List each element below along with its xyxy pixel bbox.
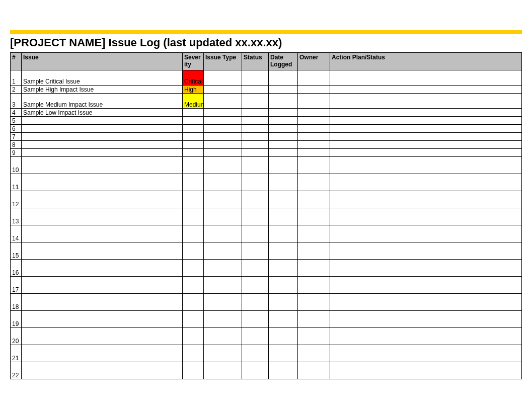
cell-date-logged[interactable] bbox=[269, 345, 298, 362]
cell-status[interactable] bbox=[242, 141, 269, 149]
cell-date-logged[interactable] bbox=[269, 260, 298, 277]
cell-issue-type[interactable] bbox=[204, 328, 242, 345]
cell-owner[interactable] bbox=[298, 225, 330, 242]
cell-issue[interactable] bbox=[22, 345, 183, 362]
cell-num[interactable]: 7 bbox=[11, 133, 22, 141]
cell-num[interactable]: 2 bbox=[11, 86, 22, 94]
cell-status[interactable] bbox=[242, 311, 269, 328]
cell-num[interactable]: 5 bbox=[11, 117, 22, 125]
cell-num[interactable]: 9 bbox=[11, 149, 22, 157]
cell-action-plan[interactable] bbox=[330, 86, 522, 94]
cell-num[interactable]: 1 bbox=[11, 70, 22, 86]
cell-owner[interactable] bbox=[298, 311, 330, 328]
cell-issue-type[interactable] bbox=[204, 277, 242, 294]
cell-owner[interactable] bbox=[298, 94, 330, 109]
cell-issue[interactable]: Sample Critical Issue bbox=[22, 70, 183, 86]
cell-action-plan[interactable] bbox=[330, 277, 522, 294]
cell-severity[interactable] bbox=[183, 149, 204, 157]
cell-severity[interactable] bbox=[183, 125, 204, 133]
cell-severity[interactable] bbox=[183, 191, 204, 208]
cell-issue-type[interactable] bbox=[204, 174, 242, 191]
cell-status[interactable] bbox=[242, 345, 269, 362]
cell-owner[interactable] bbox=[298, 174, 330, 191]
cell-owner[interactable] bbox=[298, 109, 330, 117]
cell-num[interactable]: 6 bbox=[11, 125, 22, 133]
cell-status[interactable] bbox=[242, 149, 269, 157]
cell-status[interactable] bbox=[242, 117, 269, 125]
cell-num[interactable]: 13 bbox=[11, 208, 22, 225]
cell-owner[interactable] bbox=[298, 125, 330, 133]
cell-issue[interactable] bbox=[22, 362, 183, 379]
cell-issue-type[interactable] bbox=[204, 70, 242, 86]
cell-status[interactable] bbox=[242, 133, 269, 141]
cell-severity[interactable] bbox=[183, 133, 204, 141]
cell-action-plan[interactable] bbox=[330, 70, 522, 86]
cell-action-plan[interactable] bbox=[330, 345, 522, 362]
cell-status[interactable] bbox=[242, 70, 269, 86]
cell-issue-type[interactable] bbox=[204, 125, 242, 133]
cell-num[interactable]: 15 bbox=[11, 242, 22, 260]
cell-issue[interactable] bbox=[22, 328, 183, 345]
cell-date-logged[interactable] bbox=[269, 362, 298, 379]
cell-issue[interactable] bbox=[22, 242, 183, 260]
cell-status[interactable] bbox=[242, 260, 269, 277]
cell-severity[interactable] bbox=[183, 311, 204, 328]
cell-issue[interactable] bbox=[22, 117, 183, 125]
cell-issue-type[interactable] bbox=[204, 149, 242, 157]
cell-severity[interactable] bbox=[183, 117, 204, 125]
cell-severity[interactable] bbox=[183, 328, 204, 345]
cell-issue[interactable] bbox=[22, 277, 183, 294]
cell-action-plan[interactable] bbox=[330, 149, 522, 157]
cell-issue-type[interactable] bbox=[204, 191, 242, 208]
cell-issue[interactable] bbox=[22, 225, 183, 242]
cell-status[interactable] bbox=[242, 208, 269, 225]
cell-severity[interactable] bbox=[183, 345, 204, 362]
cell-date-logged[interactable] bbox=[269, 117, 298, 125]
cell-date-logged[interactable] bbox=[269, 191, 298, 208]
cell-num[interactable]: 16 bbox=[11, 260, 22, 277]
cell-date-logged[interactable] bbox=[269, 311, 298, 328]
cell-owner[interactable] bbox=[298, 141, 330, 149]
cell-owner[interactable] bbox=[298, 345, 330, 362]
cell-status[interactable] bbox=[242, 277, 269, 294]
cell-severity[interactable] bbox=[183, 141, 204, 149]
cell-date-logged[interactable] bbox=[269, 242, 298, 260]
cell-owner[interactable] bbox=[298, 260, 330, 277]
cell-action-plan[interactable] bbox=[330, 294, 522, 311]
cell-issue-type[interactable] bbox=[204, 157, 242, 174]
cell-action-plan[interactable] bbox=[330, 311, 522, 328]
cell-status[interactable] bbox=[242, 109, 269, 117]
cell-severity[interactable] bbox=[183, 157, 204, 174]
cell-date-logged[interactable] bbox=[269, 157, 298, 174]
cell-action-plan[interactable] bbox=[330, 125, 522, 133]
cell-severity[interactable] bbox=[183, 277, 204, 294]
cell-action-plan[interactable] bbox=[330, 328, 522, 345]
cell-severity[interactable] bbox=[183, 174, 204, 191]
cell-issue[interactable] bbox=[22, 174, 183, 191]
cell-severity[interactable] bbox=[183, 362, 204, 379]
cell-status[interactable] bbox=[242, 362, 269, 379]
cell-owner[interactable] bbox=[298, 242, 330, 260]
cell-action-plan[interactable] bbox=[330, 225, 522, 242]
cell-owner[interactable] bbox=[298, 328, 330, 345]
cell-severity[interactable] bbox=[183, 225, 204, 242]
cell-severity[interactable] bbox=[183, 109, 204, 117]
cell-action-plan[interactable] bbox=[330, 133, 522, 141]
cell-issue-type[interactable] bbox=[204, 260, 242, 277]
cell-date-logged[interactable] bbox=[269, 174, 298, 191]
cell-issue-type[interactable] bbox=[204, 94, 242, 109]
cell-severity[interactable] bbox=[183, 208, 204, 225]
cell-action-plan[interactable] bbox=[330, 141, 522, 149]
cell-num[interactable]: 22 bbox=[11, 362, 22, 379]
cell-owner[interactable] bbox=[298, 157, 330, 174]
cell-num[interactable]: 12 bbox=[11, 191, 22, 208]
cell-action-plan[interactable] bbox=[330, 208, 522, 225]
cell-owner[interactable] bbox=[298, 133, 330, 141]
cell-date-logged[interactable] bbox=[269, 208, 298, 225]
cell-date-logged[interactable] bbox=[269, 149, 298, 157]
cell-num[interactable]: 18 bbox=[11, 294, 22, 311]
cell-status[interactable] bbox=[242, 86, 269, 94]
cell-num[interactable]: 10 bbox=[11, 157, 22, 174]
cell-severity[interactable] bbox=[183, 242, 204, 260]
cell-status[interactable] bbox=[242, 328, 269, 345]
